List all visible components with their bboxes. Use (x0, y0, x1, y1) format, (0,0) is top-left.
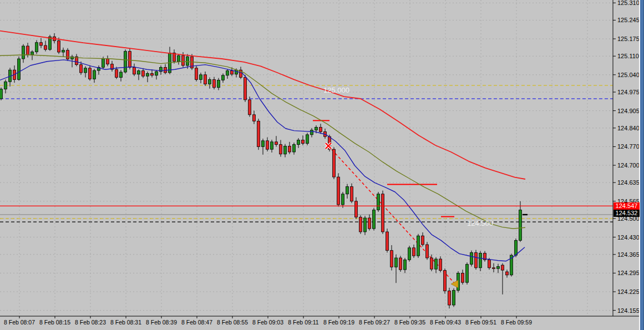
candle-body (129, 52, 131, 68)
candle-body (178, 55, 180, 62)
candle-body (142, 71, 145, 77)
candle-body (355, 201, 358, 217)
candle-body (231, 71, 234, 74)
candle-body (67, 50, 69, 59)
candle-body (124, 52, 127, 72)
candle-body (151, 73, 154, 75)
price-tick-label: 125.175 (617, 35, 640, 42)
candle-body (413, 248, 415, 256)
candle-body (213, 79, 216, 87)
candle-body (217, 80, 220, 87)
candle-body (448, 291, 451, 305)
candle-body (466, 265, 469, 283)
candle-body (297, 140, 300, 144)
candle-body (488, 260, 491, 267)
candle-body (4, 82, 7, 89)
candle-body (493, 268, 495, 269)
price-tick-label: 125.110 (617, 53, 639, 59)
price-tick-label: 125.040 (617, 72, 640, 78)
price-badge-black: 124.532 (613, 210, 640, 217)
candle-body (359, 217, 362, 232)
candle-body (155, 72, 158, 75)
candle-body (40, 43, 43, 45)
trading-chart-window: 125.000124.500 125.310125.245125.175125.… (0, 0, 644, 330)
price-tick-label: 124.770 (617, 143, 640, 150)
candle-body (31, 52, 34, 55)
hline-label: 125.000 (323, 86, 349, 94)
candle-body (497, 266, 500, 268)
price-chart[interactable]: 125.000124.500 125.310125.245125.175125.… (0, 0, 644, 330)
candle-body (333, 149, 336, 177)
candle-body (346, 186, 349, 194)
candle-body (337, 177, 340, 205)
last-price-dash (523, 214, 528, 215)
candle-body (364, 218, 367, 232)
candle-body (266, 141, 269, 149)
price-tick-label: 124.635 (617, 179, 640, 186)
candle-body (200, 75, 202, 80)
candle-body (195, 68, 198, 80)
time-tick-label: 8 Feb 09:03 (252, 319, 283, 326)
candle-body (417, 236, 420, 256)
candle-body (395, 258, 398, 267)
candle-body (253, 115, 256, 121)
candle-body (36, 43, 38, 52)
time-tick-label: 8 Feb 08:39 (146, 319, 177, 326)
candle-body (391, 251, 393, 267)
axes[interactable]: 125.310125.245125.175125.110125.040124.9… (0, 0, 640, 326)
candle-body (404, 260, 407, 270)
candle-body (226, 71, 229, 75)
grid (0, 0, 613, 316)
price-tick-label: 124.155 (617, 307, 640, 314)
time-tick-label: 8 Feb 09:35 (394, 319, 425, 326)
price-tick-label: 124.365 (617, 251, 640, 258)
candle-body (470, 252, 473, 264)
candle-body (18, 59, 21, 79)
time-tick-label: 8 Feb 09:59 (501, 319, 532, 326)
candle-body (89, 68, 92, 79)
hline-label: 124.500 (467, 219, 493, 227)
price-tick-label: 125.310 (617, 0, 640, 6)
candle-body (399, 258, 402, 270)
gold-arrow-marker (451, 280, 458, 288)
candle-body (138, 71, 140, 74)
candle-body (435, 259, 438, 269)
candle-body (133, 67, 136, 74)
candle-body (222, 75, 225, 80)
ma-fast-blue (0, 60, 525, 261)
ma-slow-red (0, 31, 525, 179)
price-tick-label: 124.430 (617, 234, 640, 241)
time-tick-label: 8 Feb 09:27 (359, 319, 390, 326)
candle-body (204, 75, 207, 84)
candle-body (430, 258, 433, 269)
candle-body (515, 240, 518, 255)
candle-body (426, 245, 429, 258)
candle-body (146, 73, 149, 76)
time-tick-label: 8 Feb 09:11 (288, 319, 318, 326)
candle-body (280, 145, 282, 154)
candle-body (262, 141, 265, 147)
candle-body (209, 79, 211, 84)
candle-body (462, 273, 464, 282)
candle-body (342, 194, 344, 205)
candle-body (377, 194, 380, 210)
candle-body (519, 210, 522, 241)
window-border (639, 0, 644, 330)
candle-body (186, 57, 189, 65)
candle-body (439, 259, 442, 271)
candle-body (382, 194, 384, 232)
candle-body (444, 271, 447, 291)
candle-body (27, 46, 29, 55)
time-tick-label: 8 Feb 08:31 (110, 319, 141, 326)
candle-body (501, 265, 504, 270)
candle-body (453, 291, 455, 305)
candle-body (107, 59, 109, 64)
candle-body (506, 272, 509, 275)
time-tick-label: 8 Feb 08:07 (4, 319, 35, 326)
candle-body (368, 218, 371, 229)
candle-body (275, 142, 278, 145)
candle-body (44, 45, 47, 49)
candle-body (408, 248, 411, 260)
candle-body (293, 145, 296, 152)
time-tick-label: 8 Feb 09:43 (430, 319, 461, 326)
